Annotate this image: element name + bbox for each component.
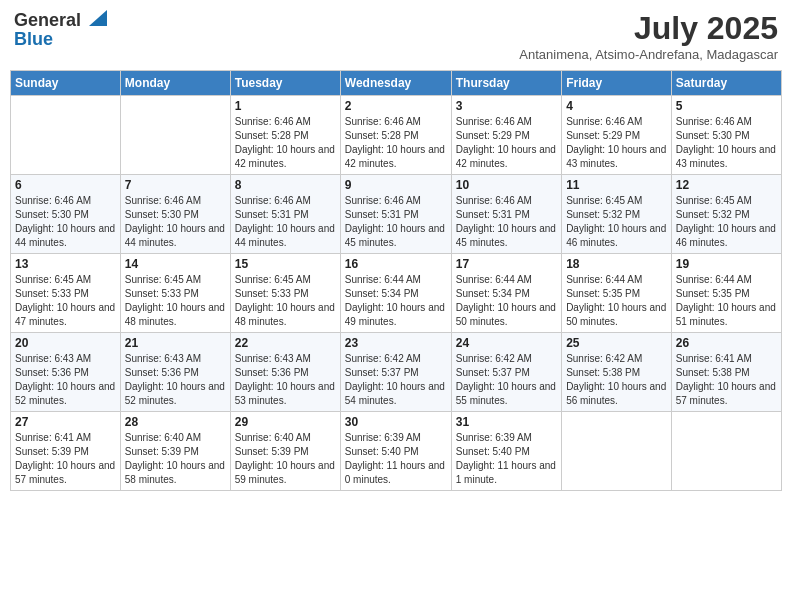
calendar-cell <box>120 96 230 175</box>
day-number: 23 <box>345 336 447 350</box>
day-number: 25 <box>566 336 667 350</box>
day-info: Sunrise: 6:41 AMSunset: 5:39 PMDaylight:… <box>15 431 116 487</box>
calendar-cell: 9Sunrise: 6:46 AMSunset: 5:31 PMDaylight… <box>340 175 451 254</box>
day-number: 2 <box>345 99 447 113</box>
calendar-cell: 1Sunrise: 6:46 AMSunset: 5:28 PMDaylight… <box>230 96 340 175</box>
day-info: Sunrise: 6:44 AMSunset: 5:34 PMDaylight:… <box>456 273 557 329</box>
day-info: Sunrise: 6:45 AMSunset: 5:33 PMDaylight:… <box>15 273 116 329</box>
calendar-week-row: 20Sunrise: 6:43 AMSunset: 5:36 PMDayligh… <box>11 333 782 412</box>
day-number: 30 <box>345 415 447 429</box>
day-number: 5 <box>676 99 777 113</box>
day-number: 16 <box>345 257 447 271</box>
day-info: Sunrise: 6:46 AMSunset: 5:30 PMDaylight:… <box>676 115 777 171</box>
calendar-header-wednesday: Wednesday <box>340 71 451 96</box>
calendar-cell <box>671 412 781 491</box>
calendar-cell: 10Sunrise: 6:46 AMSunset: 5:31 PMDayligh… <box>451 175 561 254</box>
day-info: Sunrise: 6:42 AMSunset: 5:37 PMDaylight:… <box>456 352 557 408</box>
day-info: Sunrise: 6:43 AMSunset: 5:36 PMDaylight:… <box>15 352 116 408</box>
logo-general: General <box>14 10 81 30</box>
calendar-cell: 2Sunrise: 6:46 AMSunset: 5:28 PMDaylight… <box>340 96 451 175</box>
day-number: 22 <box>235 336 336 350</box>
day-number: 17 <box>456 257 557 271</box>
calendar-header-thursday: Thursday <box>451 71 561 96</box>
day-number: 8 <box>235 178 336 192</box>
calendar-cell: 11Sunrise: 6:45 AMSunset: 5:32 PMDayligh… <box>562 175 672 254</box>
calendar-cell <box>11 96 121 175</box>
calendar-cell: 12Sunrise: 6:45 AMSunset: 5:32 PMDayligh… <box>671 175 781 254</box>
calendar-cell: 25Sunrise: 6:42 AMSunset: 5:38 PMDayligh… <box>562 333 672 412</box>
day-number: 6 <box>15 178 116 192</box>
day-number: 15 <box>235 257 336 271</box>
calendar-header-monday: Monday <box>120 71 230 96</box>
day-number: 9 <box>345 178 447 192</box>
calendar-week-row: 6Sunrise: 6:46 AMSunset: 5:30 PMDaylight… <box>11 175 782 254</box>
calendar-cell: 7Sunrise: 6:46 AMSunset: 5:30 PMDaylight… <box>120 175 230 254</box>
calendar-week-row: 1Sunrise: 6:46 AMSunset: 5:28 PMDaylight… <box>11 96 782 175</box>
day-info: Sunrise: 6:44 AMSunset: 5:35 PMDaylight:… <box>676 273 777 329</box>
day-number: 28 <box>125 415 226 429</box>
calendar-cell: 15Sunrise: 6:45 AMSunset: 5:33 PMDayligh… <box>230 254 340 333</box>
calendar-cell: 29Sunrise: 6:40 AMSunset: 5:39 PMDayligh… <box>230 412 340 491</box>
day-info: Sunrise: 6:40 AMSunset: 5:39 PMDaylight:… <box>235 431 336 487</box>
calendar-header-tuesday: Tuesday <box>230 71 340 96</box>
calendar-cell: 28Sunrise: 6:40 AMSunset: 5:39 PMDayligh… <box>120 412 230 491</box>
day-info: Sunrise: 6:46 AMSunset: 5:31 PMDaylight:… <box>235 194 336 250</box>
calendar-cell <box>562 412 672 491</box>
day-number: 13 <box>15 257 116 271</box>
day-number: 29 <box>235 415 336 429</box>
day-number: 19 <box>676 257 777 271</box>
day-info: Sunrise: 6:46 AMSunset: 5:28 PMDaylight:… <box>235 115 336 171</box>
day-info: Sunrise: 6:39 AMSunset: 5:40 PMDaylight:… <box>345 431 447 487</box>
calendar-week-row: 27Sunrise: 6:41 AMSunset: 5:39 PMDayligh… <box>11 412 782 491</box>
day-info: Sunrise: 6:46 AMSunset: 5:30 PMDaylight:… <box>15 194 116 250</box>
calendar-cell: 18Sunrise: 6:44 AMSunset: 5:35 PMDayligh… <box>562 254 672 333</box>
calendar-cell: 26Sunrise: 6:41 AMSunset: 5:38 PMDayligh… <box>671 333 781 412</box>
day-number: 4 <box>566 99 667 113</box>
day-info: Sunrise: 6:46 AMSunset: 5:31 PMDaylight:… <box>345 194 447 250</box>
day-info: Sunrise: 6:44 AMSunset: 5:35 PMDaylight:… <box>566 273 667 329</box>
day-number: 12 <box>676 178 777 192</box>
day-info: Sunrise: 6:45 AMSunset: 5:33 PMDaylight:… <box>125 273 226 329</box>
calendar-cell: 27Sunrise: 6:41 AMSunset: 5:39 PMDayligh… <box>11 412 121 491</box>
day-number: 18 <box>566 257 667 271</box>
day-info: Sunrise: 6:46 AMSunset: 5:30 PMDaylight:… <box>125 194 226 250</box>
day-info: Sunrise: 6:42 AMSunset: 5:37 PMDaylight:… <box>345 352 447 408</box>
calendar-cell: 31Sunrise: 6:39 AMSunset: 5:40 PMDayligh… <box>451 412 561 491</box>
calendar-cell: 16Sunrise: 6:44 AMSunset: 5:34 PMDayligh… <box>340 254 451 333</box>
calendar-table: SundayMondayTuesdayWednesdayThursdayFrid… <box>10 70 782 491</box>
day-number: 20 <box>15 336 116 350</box>
logo-blue: Blue <box>14 29 53 49</box>
day-info: Sunrise: 6:44 AMSunset: 5:34 PMDaylight:… <box>345 273 447 329</box>
logo: General Blue <box>14 10 107 50</box>
calendar-cell: 20Sunrise: 6:43 AMSunset: 5:36 PMDayligh… <box>11 333 121 412</box>
day-number: 3 <box>456 99 557 113</box>
day-info: Sunrise: 6:43 AMSunset: 5:36 PMDaylight:… <box>125 352 226 408</box>
calendar-cell: 13Sunrise: 6:45 AMSunset: 5:33 PMDayligh… <box>11 254 121 333</box>
calendar-cell: 14Sunrise: 6:45 AMSunset: 5:33 PMDayligh… <box>120 254 230 333</box>
calendar-cell: 24Sunrise: 6:42 AMSunset: 5:37 PMDayligh… <box>451 333 561 412</box>
day-number: 11 <box>566 178 667 192</box>
day-info: Sunrise: 6:46 AMSunset: 5:31 PMDaylight:… <box>456 194 557 250</box>
logo-triangle-icon <box>89 10 107 26</box>
day-number: 10 <box>456 178 557 192</box>
day-info: Sunrise: 6:40 AMSunset: 5:39 PMDaylight:… <box>125 431 226 487</box>
calendar-cell: 30Sunrise: 6:39 AMSunset: 5:40 PMDayligh… <box>340 412 451 491</box>
calendar-header-row: SundayMondayTuesdayWednesdayThursdayFrid… <box>11 71 782 96</box>
title-block: July 2025 Antanimena, Atsimo-Andrefana, … <box>519 10 778 62</box>
page-header: General Blue July 2025 Antanimena, Atsim… <box>10 10 782 62</box>
day-number: 14 <box>125 257 226 271</box>
day-info: Sunrise: 6:41 AMSunset: 5:38 PMDaylight:… <box>676 352 777 408</box>
day-info: Sunrise: 6:43 AMSunset: 5:36 PMDaylight:… <box>235 352 336 408</box>
day-info: Sunrise: 6:46 AMSunset: 5:28 PMDaylight:… <box>345 115 447 171</box>
day-number: 26 <box>676 336 777 350</box>
day-info: Sunrise: 6:45 AMSunset: 5:33 PMDaylight:… <box>235 273 336 329</box>
day-info: Sunrise: 6:45 AMSunset: 5:32 PMDaylight:… <box>566 194 667 250</box>
day-number: 31 <box>456 415 557 429</box>
calendar-cell: 6Sunrise: 6:46 AMSunset: 5:30 PMDaylight… <box>11 175 121 254</box>
day-number: 1 <box>235 99 336 113</box>
day-number: 24 <box>456 336 557 350</box>
calendar-header-sunday: Sunday <box>11 71 121 96</box>
day-info: Sunrise: 6:45 AMSunset: 5:32 PMDaylight:… <box>676 194 777 250</box>
day-info: Sunrise: 6:46 AMSunset: 5:29 PMDaylight:… <box>456 115 557 171</box>
calendar-cell: 23Sunrise: 6:42 AMSunset: 5:37 PMDayligh… <box>340 333 451 412</box>
